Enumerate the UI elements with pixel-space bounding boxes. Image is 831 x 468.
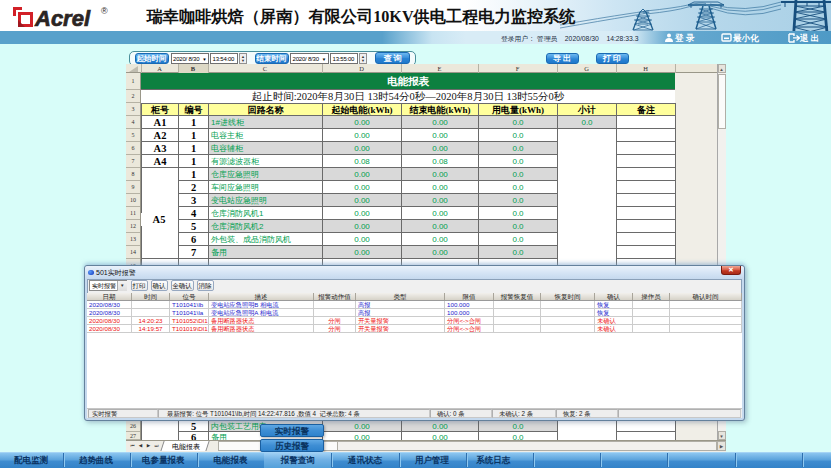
svg-text:®: ® [101,6,108,16]
svg-text:最小化: 最小化 [732,33,760,43]
svg-text:退 出: 退 出 [799,33,819,43]
svg-text:登 录: 登 录 [674,33,695,43]
svg-text:Acrel: Acrel [34,6,91,31]
